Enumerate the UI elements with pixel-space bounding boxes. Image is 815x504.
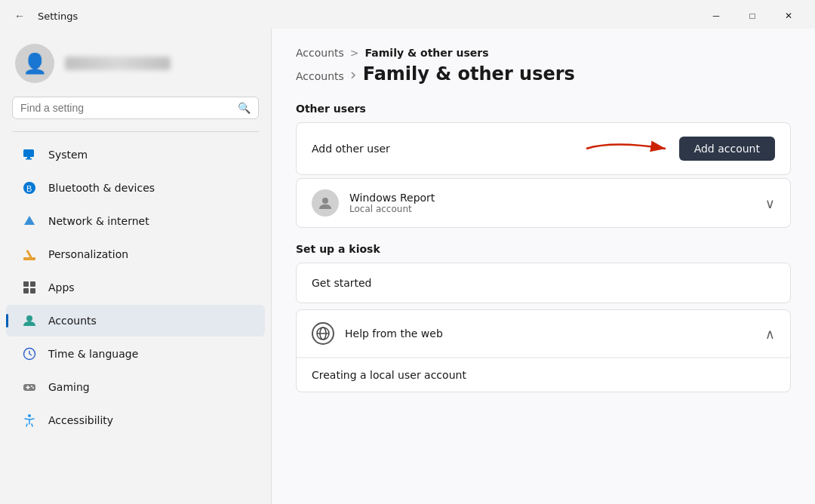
user-name <box>65 57 171 70</box>
user-card-left: Windows Report Local account <box>312 189 435 217</box>
get-started-row: Get started <box>297 263 790 303</box>
user-account-type: Local account <box>349 204 435 214</box>
accounts-icon <box>21 312 38 329</box>
svg-rect-8 <box>23 281 29 287</box>
add-other-user-row: Add other user Add account <box>297 123 790 174</box>
sidebar-item-label: Personalization <box>48 248 128 260</box>
breadcrumb-separator: > <box>350 47 359 59</box>
svg-rect-2 <box>26 158 32 160</box>
sidebar-item-accessibility[interactable]: Accessibility <box>6 404 265 436</box>
svg-point-23 <box>322 198 328 204</box>
svg-point-20 <box>32 387 34 389</box>
sidebar-item-label: Gaming <box>48 381 90 393</box>
sidebar-item-label: Bluetooth & devices <box>48 182 155 194</box>
gaming-icon <box>21 379 38 395</box>
help-web-label: Help from the web <box>345 327 443 340</box>
user-card-row: Windows Report Local account ∨ <box>297 179 790 227</box>
apps-icon <box>21 279 38 296</box>
red-arrow-icon <box>583 137 673 161</box>
sidebar-item-network[interactable]: Network & internet <box>6 205 265 237</box>
search-icon: 🔍 <box>238 102 251 114</box>
app-body: 👤 🔍 System B Bluetooth & devices <box>0 29 815 504</box>
svg-rect-11 <box>30 288 35 293</box>
svg-rect-10 <box>23 288 29 293</box>
system-icon <box>21 146 38 163</box>
web-icon <box>312 322 334 345</box>
svg-rect-9 <box>30 281 35 287</box>
sidebar-item-bluetooth[interactable]: B Bluetooth & devices <box>6 172 265 204</box>
titlebar: ← Settings ─ □ ✕ <box>0 0 815 29</box>
page-title: Family & other users <box>363 63 575 85</box>
sidebar-item-accounts[interactable]: Accounts <box>6 305 265 337</box>
window-controls: ─ □ ✕ <box>699 5 806 27</box>
user-name: Windows Report <box>349 192 435 204</box>
arrow-annotation: Add account <box>583 137 775 161</box>
svg-marker-5 <box>24 216 35 225</box>
breadcrumb-parent-title: Accounts <box>296 70 344 82</box>
sidebar-item-apps[interactable]: Apps <box>6 272 265 303</box>
personalization-icon <box>21 246 38 263</box>
creating-local-item[interactable]: Creating a local user account <box>297 358 790 392</box>
add-account-button[interactable]: Add account <box>679 137 775 161</box>
breadcrumb-current: Family & other users <box>365 47 489 59</box>
svg-rect-6 <box>23 257 35 260</box>
user-avatar <box>312 189 339 217</box>
user-info: Windows Report Local account <box>349 192 435 214</box>
help-web-row: Help from the web ∧ <box>297 310 790 358</box>
help-web-left: Help from the web <box>312 322 443 345</box>
breadcrumb: Accounts > Family & other users <box>296 47 791 59</box>
kiosk-card[interactable]: Get started <box>296 263 791 303</box>
close-button[interactable]: ✕ <box>771 5 806 27</box>
sidebar-divider <box>12 131 259 132</box>
svg-text:B: B <box>26 184 32 193</box>
accessibility-icon <box>21 412 38 429</box>
svg-rect-1 <box>27 157 30 158</box>
sidebar-item-system[interactable]: System <box>6 139 265 171</box>
network-icon <box>21 213 38 229</box>
help-web-card[interactable]: Help from the web ∧ Creating a local use… <box>296 309 791 392</box>
chevron-up-icon: ∧ <box>765 326 775 342</box>
kiosk-section-label: Set up a kiosk <box>296 243 791 255</box>
sidebar-item-label: Accounts <box>48 315 97 327</box>
svg-point-19 <box>31 386 32 387</box>
back-button[interactable]: ← <box>9 5 30 26</box>
add-other-user-card: Add other user Add account <box>296 122 791 175</box>
avatar: 👤 <box>15 44 54 83</box>
svg-rect-7 <box>26 250 32 258</box>
svg-line-15 <box>29 354 32 355</box>
sidebar-item-personalization[interactable]: Personalization <box>6 238 265 270</box>
user-profile: 👤 <box>0 35 271 97</box>
sidebar-item-gaming[interactable]: Gaming <box>6 371 265 403</box>
bluetooth-icon: B <box>21 180 38 196</box>
sidebar-item-label: Time & language <box>48 348 138 360</box>
sidebar-item-label: Network & internet <box>48 215 149 227</box>
maximize-button[interactable]: □ <box>735 5 770 27</box>
sidebar-item-label: Apps <box>48 281 75 293</box>
breadcrumb-parent[interactable]: Accounts <box>296 47 344 59</box>
sidebar-item-time[interactable]: Time & language <box>6 338 265 370</box>
time-icon <box>21 346 38 362</box>
svg-rect-0 <box>23 149 34 157</box>
add-other-user-label: Add other user <box>312 143 390 155</box>
sidebar-item-label: System <box>48 149 88 161</box>
other-users-label: Other users <box>296 103 791 115</box>
windows-report-card[interactable]: Windows Report Local account ∨ <box>296 178 791 228</box>
breadcrumb-arrow: › <box>350 65 357 84</box>
svg-point-12 <box>26 315 32 321</box>
person-icon: 👤 <box>23 52 47 75</box>
chevron-down-icon: ∨ <box>765 195 775 211</box>
app-title: Settings <box>38 11 78 22</box>
search-input[interactable] <box>20 102 232 114</box>
sidebar-item-label: Accessibility <box>48 414 113 426</box>
minimize-button[interactable]: ─ <box>699 5 734 27</box>
search-box[interactable]: 🔍 <box>12 97 259 119</box>
svg-point-21 <box>28 414 31 417</box>
sidebar: 👤 🔍 System B Bluetooth & devices <box>0 29 272 504</box>
titlebar-left: ← Settings <box>9 5 78 26</box>
content-area: Accounts > Family & other users Accounts… <box>272 29 815 504</box>
